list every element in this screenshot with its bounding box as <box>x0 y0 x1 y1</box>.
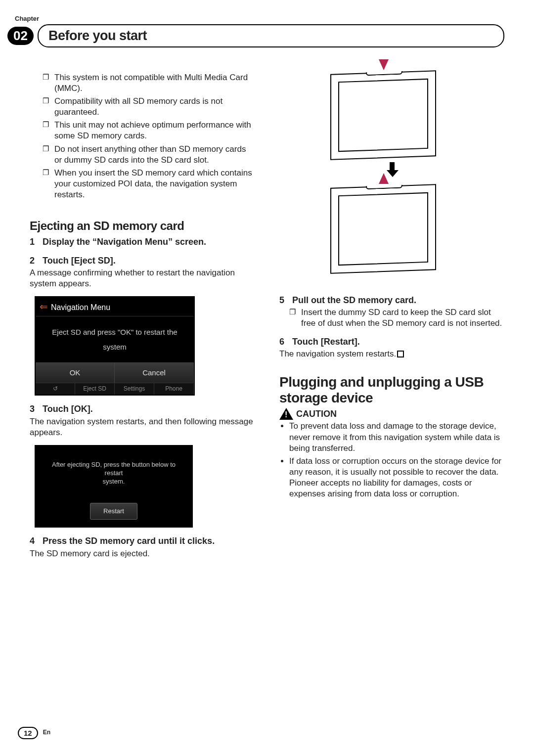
step-title: Touch [OK]. <box>43 404 93 414</box>
page-footer: 12 En <box>18 727 50 740</box>
page-number: 12 <box>18 727 38 740</box>
caution-bullets: To prevent data loss and damage to the s… <box>279 421 504 499</box>
step-body: A message confirming whether to restart … <box>30 267 255 289</box>
screenshot-restart: After ejecting SD, press the button belo… <box>35 445 193 528</box>
note-item: When you insert the SD memory card which… <box>54 168 255 200</box>
step-2: 2Touch [Eject SD]. A message confirming … <box>30 255 255 290</box>
step-title: Touch [Eject SD]. <box>43 256 116 266</box>
device-top <box>330 70 436 160</box>
notes-list: This system is not compatible with Multi… <box>30 72 255 200</box>
arrow-down-icon <box>379 59 389 70</box>
ss2-msg-line: system. <box>43 478 185 486</box>
step-title: Press the SD memory card until it clicks… <box>43 536 215 546</box>
arrow-up-icon <box>379 173 389 184</box>
chapter-number-badge: 02 <box>7 27 34 45</box>
tab-eject-sd[interactable]: Eject SD <box>75 383 115 395</box>
step-num: 2 <box>30 255 43 267</box>
caution-row: CAUTION <box>279 408 504 420</box>
step-4: 4Press the SD memory card until it click… <box>30 535 255 559</box>
caution-item: To prevent data loss and damage to the s… <box>289 421 504 453</box>
step-num: 5 <box>279 295 292 306</box>
back-icon: ⇐ <box>40 301 48 312</box>
left-column: This system is not compatible with Multi… <box>30 72 255 566</box>
step-title: Display the “Navigation Menu” screen. <box>43 237 206 247</box>
device-bottom <box>330 184 436 273</box>
cancel-button[interactable]: Cancel <box>115 363 194 383</box>
chapter-title: Before you start <box>38 24 504 47</box>
tab-settings[interactable]: Settings <box>115 383 154 395</box>
restart-button[interactable]: Restart <box>90 503 137 520</box>
ss2-msg-line: After ejecting SD, press the button belo… <box>43 461 185 478</box>
note-item: This system is not compatible with Multi… <box>54 72 255 94</box>
screenshot-nav-menu: ⇐Navigation Menu Eject SD and press "OK"… <box>35 296 195 396</box>
step-title: Touch [Restart]. <box>292 337 360 347</box>
note-item: This unit may not achieve optimum perfor… <box>54 120 255 141</box>
note-item: Insert the dummy SD card to keep the SD … <box>301 307 504 329</box>
step-1: 1Display the “Navigation Menu” screen. <box>30 236 255 248</box>
end-block-icon <box>397 351 404 357</box>
step-title: Pull out the SD memory card. <box>292 295 416 305</box>
step-num: 6 <box>279 336 292 348</box>
step-num: 3 <box>30 403 43 415</box>
step-num: 1 <box>30 236 43 248</box>
caution-label: CAUTION <box>296 408 337 420</box>
step-body: The SD memory card is ejected. <box>30 548 255 559</box>
step-body: The navigation system restarts. <box>279 349 396 358</box>
step-body: The navigation system restarts, and then… <box>30 416 255 438</box>
usb-heading: Plugging and unplugging a USB storage de… <box>279 374 504 406</box>
caution-item: If data loss or corruption occurs on the… <box>289 456 504 499</box>
chapter-label: Chapter <box>15 15 504 23</box>
step-3: 3Touch [OK]. The navigation system resta… <box>30 403 255 438</box>
ss1-msg-line: Eject SD and press "OK" to restart the <box>42 327 188 337</box>
tab-phone[interactable]: Phone <box>154 383 194 395</box>
chapter-title-row: 02 Before you start <box>7 24 504 47</box>
note-item: Compatibility with all SD memory cards i… <box>54 96 255 118</box>
ss1-msg-line: system <box>42 342 188 352</box>
note-item: Do not insert anything other than SD mem… <box>54 144 255 166</box>
ok-button[interactable]: OK <box>36 363 115 383</box>
right-column: 5Pull out the SD memory card. Insert the… <box>279 72 504 566</box>
language-label: En <box>43 729 50 737</box>
step-num: 4 <box>30 535 43 547</box>
device-illustration <box>330 72 454 285</box>
step-5: 5Pull out the SD memory card. Insert the… <box>279 295 504 329</box>
step-6: 6Touch [Restart]. The navigation system … <box>279 336 504 359</box>
nav-menu-title: Navigation Menu <box>51 303 110 311</box>
return-icon[interactable]: ↺ <box>36 383 75 395</box>
caution-icon <box>279 408 293 420</box>
eject-heading: Ejecting an SD memory card <box>30 218 255 233</box>
